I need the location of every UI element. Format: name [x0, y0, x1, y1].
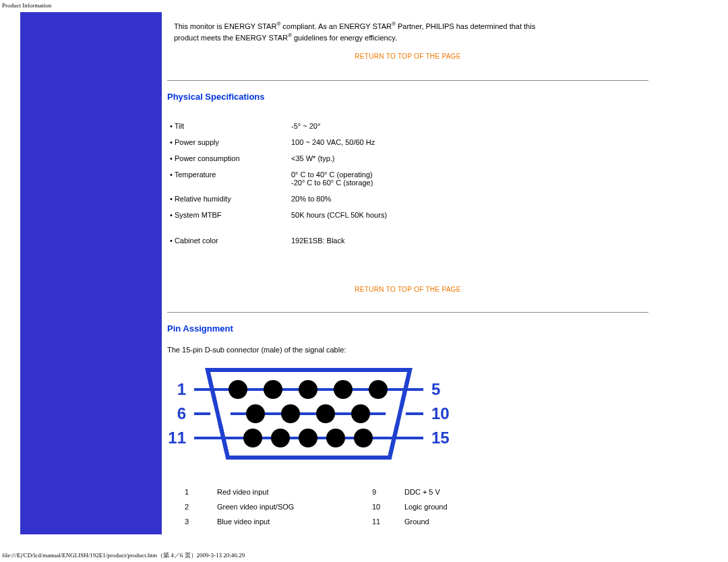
energy-star-paragraph: This monitor is ENERGY STAR® compliant. … — [174, 20, 648, 43]
svg-point-27 — [299, 429, 317, 447]
pin-num: 9 — [369, 485, 402, 499]
pin-num: 1 — [182, 485, 214, 499]
svg-point-25 — [243, 429, 262, 447]
pin-label-6: 6 — [177, 404, 186, 423]
svg-point-11 — [316, 404, 335, 423]
intro-text-1a: This monitor is ENERGY STAR — [174, 22, 276, 30]
spec-value-rh: 20% to 80% — [289, 191, 648, 207]
page-body: This monitor is ENERGY STAR® compliant. … — [20, 12, 654, 534]
physical-specifications-heading: Physical Specifications — [167, 92, 648, 102]
spec-value-cabinet: 192E1SB: Black — [289, 232, 648, 249]
spec-value-power: <35 W* (typ.) — [289, 150, 648, 166]
page-footer: file:///E|/CD/lcd/manual/ENGLISH/192E1/p… — [2, 551, 245, 560]
svg-point-28 — [326, 429, 345, 447]
svg-point-29 — [354, 429, 373, 447]
svg-point-9 — [246, 404, 265, 423]
pin-label: Blue video input — [214, 514, 369, 529]
table-row: 1 Red video input 9 DDC + 5 V — [182, 485, 557, 499]
spec-value-psu: 100 ~ 240 VAC, 50/60 Hz — [289, 134, 648, 150]
pin-label-5: 5 — [431, 380, 440, 398]
svg-point-10 — [281, 404, 300, 423]
pin-label: Red video input — [214, 485, 369, 499]
page-header: Product Information — [2, 2, 51, 9]
table-row: Temperature 0° C to 40° C (operating) -2… — [167, 166, 648, 191]
return-to-top-link[interactable]: RETURN TO TOP OF THE PAGE — [167, 286, 648, 293]
intro-text-2a: product meets the ENERGY STAR — [174, 34, 288, 42]
svg-point-6 — [299, 380, 317, 399]
spec-label-mtbf: System MTBF — [170, 211, 222, 219]
table-row: 2 Green video input/SOG 10 Logic ground — [182, 499, 557, 514]
divider — [167, 80, 648, 81]
table-row: Cabinet color 192E1SB: Black — [167, 232, 648, 249]
spec-label-psu: Power supply — [170, 138, 219, 146]
pin-num: 11 — [369, 514, 402, 529]
pin-label: Logic ground — [402, 499, 557, 514]
spec-label-power: Power consumption — [170, 154, 240, 162]
spec-label-tilt: Tilt — [170, 122, 184, 130]
return-to-top-link[interactable]: RETURN TO TOP OF THE PAGE — [167, 53, 648, 60]
pin-label-1: 1 — [177, 380, 186, 398]
svg-point-4 — [229, 380, 247, 399]
spec-value-tilt: -5° ~ 20° — [289, 118, 648, 134]
spec-label-temp: Temperature — [170, 170, 216, 179]
pin-label-10: 10 — [431, 404, 450, 423]
intro-text-1c: Partner, PHILIPS has determined that thi… — [396, 22, 535, 30]
table-row: Power consumption <35 W* (typ.) — [167, 150, 648, 166]
pin-label-11: 11 — [168, 429, 186, 447]
spec-table: Tilt -5° ~ 20° Power supply 100 ~ 240 VA… — [167, 118, 648, 249]
spec-value-temp-op: 0° C to 40° C (operating) — [291, 170, 373, 179]
table-row: 3 Blue video input 11 Ground — [182, 514, 557, 529]
spec-value-mtbf: 50K hours (CCFL 50K hours) — [289, 207, 648, 223]
pin-label: Ground — [402, 514, 557, 529]
pin-label: DDC + 5 V — [402, 485, 557, 499]
content: This monitor is ENERGY STAR® compliant. … — [162, 12, 654, 534]
pin-label: Green video input/SOG — [214, 499, 369, 514]
svg-point-7 — [334, 380, 353, 399]
svg-point-5 — [264, 380, 282, 399]
table-row: Relative humidity 20% to 80% — [167, 191, 648, 207]
pin-assignment-heading: Pin Assignment — [167, 323, 648, 334]
spec-label-cabinet: Cabinet color — [170, 237, 218, 245]
dsub-connector-diagram: 1 6 11 5 10 15 — [167, 363, 648, 478]
pin-assignment-description: The 15-pin D-sub connector (male) of the… — [167, 346, 648, 354]
pin-table: 1 Red video input 9 DDC + 5 V 2 Green vi… — [182, 485, 557, 529]
pin-num: 2 — [182, 499, 214, 514]
table-row: Power supply 100 ~ 240 VAC, 50/60 Hz — [167, 134, 648, 150]
table-row: System MTBF 50K hours (CCFL 50K hours) — [167, 207, 648, 223]
svg-point-8 — [369, 380, 388, 399]
svg-point-12 — [351, 404, 370, 423]
intro-text-2b: guidelines for energy efficiency. — [292, 34, 397, 42]
pin-label-15: 15 — [431, 429, 450, 447]
table-row — [167, 223, 648, 232]
svg-point-26 — [271, 429, 290, 447]
pin-num: 10 — [369, 499, 402, 514]
spec-label-rh: Relative humidity — [170, 195, 231, 203]
sidebar — [20, 12, 162, 534]
intro-text-1b: compliant. As an ENERGY STAR — [280, 22, 392, 30]
spec-value-temp-st: -20° C to 60° C (storage) — [291, 179, 373, 187]
table-row: Tilt -5° ~ 20° — [167, 118, 648, 134]
pin-num: 3 — [182, 514, 214, 529]
spec-value-temp: 0° C to 40° C (operating) -20° C to 60° … — [289, 166, 648, 191]
divider — [167, 312, 648, 313]
